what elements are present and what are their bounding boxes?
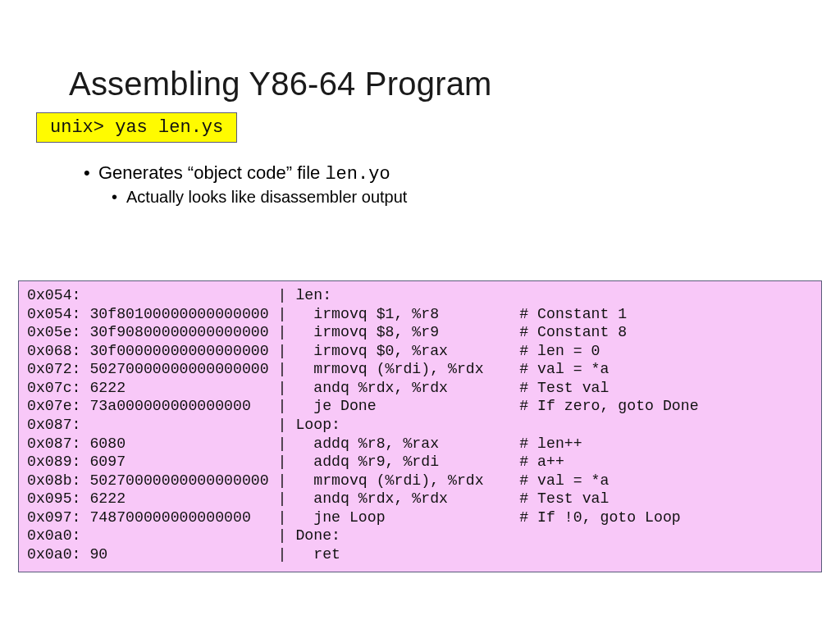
- code-line: 0x054: 30f80100000000000000 | irmovq $1,…: [27, 306, 627, 322]
- code-line: 0x0a0: 90 | ret: [27, 546, 340, 563]
- slide-body: Assembling Y86-64 Program unix> yas len.…: [0, 0, 840, 207]
- code-line: 0x072: 50270000000000000000 | mrmovq (%r…: [27, 361, 609, 377]
- code-line: 0x0a0: | Done:: [27, 527, 340, 544]
- code-line: 0x07e: 73a000000000000000 | je Done # If…: [27, 398, 699, 414]
- bullet-1-code: len.yo: [325, 164, 390, 185]
- code-line: 0x087: 6080 | addq %r8, %rax # len++: [27, 435, 582, 452]
- code-line: 0x054: | len:: [27, 287, 331, 303]
- disassembly-box: 0x054: | len: 0x054: 30f8010000000000000…: [18, 280, 822, 572]
- code-line: 0x05e: 30f90800000000000000 | irmovq $8,…: [27, 324, 627, 340]
- code-line: 0x068: 30f00000000000000000 | irmovq $0,…: [27, 343, 600, 359]
- code-line: 0x097: 748700000000000000 | jne Loop # I…: [27, 509, 681, 526]
- bullet-2-text: Actually looks like disassembler output: [126, 188, 407, 206]
- bullet-list: Generates “object code” file len.yo Actu…: [84, 162, 783, 207]
- bullet-item-2: Actually looks like disassembler output: [112, 188, 783, 207]
- command-box: unix> yas len.ys: [36, 112, 237, 143]
- bullet-1-text: Generates “object code” file: [98, 162, 325, 183]
- command-text: unix> yas len.ys: [50, 117, 223, 138]
- page-title: Assembling Y86-64 Program: [69, 66, 783, 103]
- code-line: 0x089: 6097 | addq %r9, %rdi # a++: [27, 454, 564, 470]
- bullet-item-1: Generates “object code” file len.yo: [84, 162, 783, 185]
- code-line: 0x08b: 50270000000000000000 | mrmovq (%r…: [27, 472, 609, 489]
- code-line: 0x087: | Loop:: [27, 417, 340, 433]
- code-line: 0x095: 6222 | andq %rdx, %rdx # Test val: [27, 490, 609, 507]
- code-line: 0x07c: 6222 | andq %rdx, %rdx # Test val: [27, 380, 609, 396]
